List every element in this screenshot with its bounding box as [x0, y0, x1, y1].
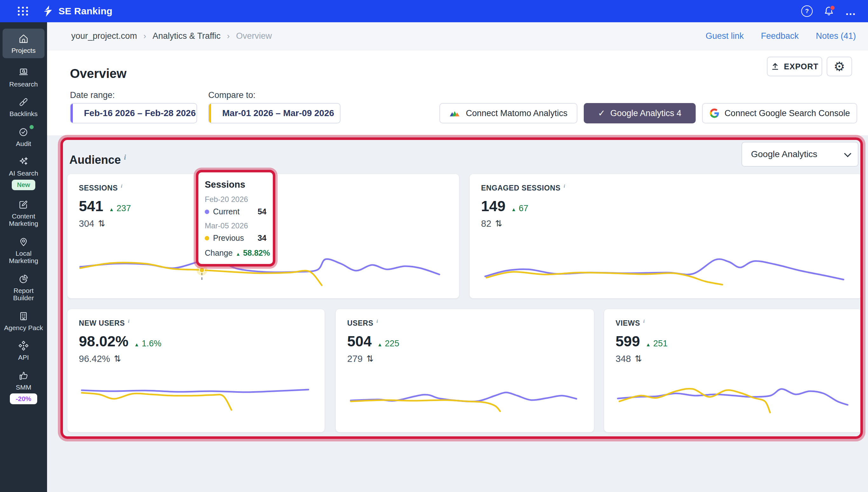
metric-value: 599 — [616, 333, 640, 350]
settings-button[interactable]: ⚙ — [827, 57, 852, 76]
tooltip-previous-date: Mar-05 2026 — [205, 221, 266, 230]
triangle-up-icon: ▲ — [109, 207, 114, 213]
sidebar-item-report-builder[interactable]: Report Builder — [3, 273, 45, 302]
metric-label: VIEWSi — [616, 319, 850, 327]
sidebar-item-content-marketing[interactable]: Content Marketing — [3, 199, 45, 227]
sidebar-item-backlinks[interactable]: Backlinks — [3, 96, 45, 118]
views-sparkline[interactable] — [604, 374, 862, 422]
sidebar-item-ai-search[interactable]: AI Search New — [3, 156, 45, 190]
notes-link[interactable]: Notes (41) — [816, 31, 856, 41]
sort-arrows-icon[interactable]: ⇅ — [366, 354, 374, 364]
breadcrumb-bar: your_project.com › Analytics & Traffic ›… — [47, 22, 868, 50]
metric-label: USERSi — [347, 319, 583, 327]
metric-label: NEW USERSi — [79, 319, 313, 327]
main-sidebar: Projects Research Backlinks Audit AI Sea… — [0, 22, 47, 492]
date-range-accent — [71, 104, 73, 123]
more-menu-icon[interactable]: … — [845, 8, 857, 14]
connect-matomo-button[interactable]: Connect Matomo Analytics — [439, 103, 578, 123]
breadcrumb-project[interactable]: your_project.com — [71, 31, 137, 41]
previous-series-dot — [205, 236, 209, 241]
previous-period-value: 82⇅ — [481, 219, 850, 229]
sidebar-item-audit[interactable]: Audit — [3, 126, 45, 148]
triangle-up-icon: ▲ — [511, 207, 516, 213]
tooltip-current-date: Feb-20 2026 — [205, 195, 266, 204]
help-icon[interactable]: ? — [801, 5, 813, 17]
current-series-dot — [205, 210, 209, 214]
google-logo-icon — [709, 108, 719, 118]
matomo-logo-icon — [449, 109, 461, 117]
metric-value: 149 — [481, 197, 506, 215]
date-range-field[interactable]: Feb-16 2026 – Feb-28 2026 — [70, 103, 197, 123]
sidebar-item-local-marketing[interactable]: Local Marketing — [3, 236, 45, 265]
sort-arrows-icon[interactable]: ⇅ — [495, 219, 502, 229]
previous-period-value: 348⇅ — [616, 354, 850, 364]
info-icon[interactable]: i — [564, 183, 565, 189]
google-analytics-4-button[interactable]: ✓ Google Analytics 4 — [584, 103, 696, 123]
apps-grid-icon[interactable] — [18, 7, 29, 16]
date-range-label: Date range: — [70, 90, 115, 100]
new-users-sparkline[interactable] — [68, 374, 325, 422]
triangle-up-icon: ▲ — [236, 251, 241, 257]
page-title: Overview — [70, 67, 127, 81]
sidebar-item-api[interactable]: API — [3, 340, 45, 361]
info-icon[interactable]: i — [128, 319, 130, 324]
triangle-up-icon: ▲ — [134, 342, 139, 348]
audit-status-dot — [30, 125, 34, 129]
upload-icon — [771, 62, 780, 71]
users-card: USERSi 504 ▲225 279⇅ — [336, 309, 594, 432]
engaged-sessions-card: ENGAGED SESSIONSi 149 ▲67 82⇅ — [469, 174, 862, 298]
brand-name: SE Ranking — [58, 6, 112, 17]
metric-delta: ▲1.6% — [134, 339, 161, 349]
chevron-right-icon: › — [227, 31, 230, 41]
metric-delta: ▲225 — [377, 339, 399, 349]
notifications-bell-icon[interactable] — [823, 6, 834, 17]
tooltip-change-row: Change ▲58.82% — [205, 248, 266, 257]
info-icon[interactable]: i — [121, 183, 122, 189]
compare-to-value: Mar-01 2026 – Mar-09 2026 — [222, 108, 334, 118]
breadcrumb-page: Overview — [236, 31, 272, 41]
engaged-sessions-sparkline[interactable] — [469, 250, 862, 298]
compare-to-field[interactable]: Mar-01 2026 – Mar-09 2026 — [208, 103, 340, 123]
metric-value: 98.02% — [79, 333, 128, 350]
new-users-card: NEW USERSi 98.02% ▲1.6% 96.42%⇅ — [68, 309, 325, 432]
info-icon[interactable]: i — [377, 319, 378, 324]
tooltip-current-row: Current 54 — [205, 207, 266, 216]
previous-period-value: 96.42%⇅ — [79, 354, 313, 364]
feedback-link[interactable]: Feedback — [761, 31, 799, 41]
metric-delta: ▲251 — [646, 339, 668, 349]
metric-delta: ▲237 — [109, 203, 131, 214]
discount-badge: -20% — [10, 393, 37, 404]
metric-value: 541 — [79, 197, 103, 215]
breadcrumb-section[interactable]: Analytics & Traffic — [153, 31, 221, 41]
sidebar-item-agency-pack[interactable]: Agency Pack — [3, 311, 45, 332]
sidebar-item-projects[interactable]: Projects — [3, 29, 45, 58]
se-ranking-logo-icon[interactable] — [43, 5, 53, 17]
audience-section-title: Audiencei — [69, 153, 126, 167]
tooltip-previous-row: Previous 34 — [205, 233, 266, 243]
chevron-down-icon — [844, 150, 851, 157]
sort-arrows-icon[interactable]: ⇅ — [114, 354, 121, 364]
sort-arrows-icon[interactable]: ⇅ — [98, 219, 105, 229]
sidebar-item-research[interactable]: Research — [3, 67, 45, 88]
users-sparkline[interactable] — [336, 374, 594, 422]
connect-google-search-console-button[interactable]: Connect Google Search Console — [702, 103, 857, 123]
triangle-up-icon: ▲ — [646, 342, 651, 348]
metric-label: ENGAGED SESSIONSi — [481, 183, 850, 192]
chevron-right-icon: › — [144, 31, 146, 41]
views-card: VIEWSi 599 ▲251 348⇅ — [604, 309, 862, 432]
date-range-value: Feb-16 2026 – Feb-28 2026 — [84, 108, 196, 118]
guest-link[interactable]: Guest link — [706, 31, 744, 41]
info-icon[interactable]: i — [124, 153, 126, 161]
top-app-bar: SE Ranking ? … — [0, 0, 868, 22]
tooltip-title: Sessions — [205, 179, 266, 190]
info-icon[interactable]: i — [643, 319, 645, 324]
metric-delta: ▲67 — [511, 203, 529, 214]
new-badge: New — [12, 180, 35, 190]
triangle-up-icon: ▲ — [377, 342, 382, 348]
check-icon: ✓ — [598, 108, 605, 118]
analytics-source-select[interactable]: Google Analytics — [741, 142, 859, 167]
sort-arrows-icon[interactable]: ⇅ — [635, 354, 642, 364]
export-button[interactable]: EXPORT — [767, 57, 822, 76]
sidebar-item-smm[interactable]: SMM -20% — [3, 370, 45, 404]
compare-to-label: Compare to: — [208, 90, 256, 100]
